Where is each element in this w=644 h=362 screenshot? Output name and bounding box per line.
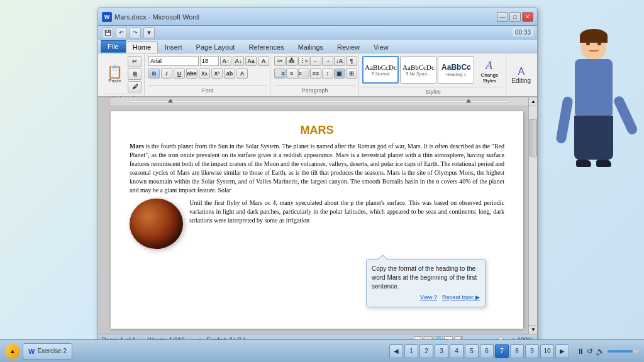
tab-view[interactable]: View [367,41,396,53]
superscript-button[interactable]: X² [211,69,223,79]
volume-slider[interactable] [608,350,639,353]
qa-redo-button[interactable]: ↷ [130,27,141,38]
document-paragraph-1: Mars is the fourth planet from the Sun i… [130,142,504,195]
tooltip-repeat-link[interactable]: Repeat topic ▶ [442,293,480,302]
minimize-button[interactable]: — [497,12,508,22]
change-styles-label: ChangeStyles [480,72,498,84]
page-6-button[interactable]: 6 [480,344,494,358]
tab-references[interactable]: References [242,41,291,53]
vertical-scrollbar[interactable]: ▲ ▼ [528,97,537,334]
justify-button[interactable]: ≡≡ [310,69,321,79]
style-normal[interactable]: AaBbCcDc ¶ Normal [362,56,399,84]
qa-customize-button[interactable]: ▼ [143,27,155,38]
tab-mailings[interactable]: Mailings [291,41,330,53]
tab-review[interactable]: Review [330,41,367,53]
avatar-feet [574,160,614,167]
font-shrink-button[interactable]: A↓ [233,56,244,66]
paragraph-top-row: ≡• ⁂ ⋮≡ ← → ↕A ¶ [274,56,357,66]
subscript-button[interactable]: X₂ [199,69,210,79]
page-8-button[interactable]: 8 [510,344,524,358]
page-prev-button[interactable]: ◀ [389,344,403,358]
document-title: MARS [130,124,504,137]
decrease-indent-button[interactable]: ← [310,56,321,66]
tab-file[interactable]: File [101,40,126,53]
font-size-input[interactable] [200,56,219,66]
scroll-down-button[interactable]: ▼ [529,325,537,334]
change-styles-button[interactable]: 𝐴 ChangeStyles [475,56,503,85]
font-name-input[interactable] [148,56,199,66]
page-10-button[interactable]: 10 [540,344,554,358]
clipboard-group: 📋 Paste ✂ ⎘ 🖌 Clipboard [101,55,145,95]
align-left-button[interactable]: ⬜≡ [274,69,286,79]
scroll-up-button[interactable]: ▲ [529,97,537,106]
style-heading1[interactable]: AaBbCc Heading 1 [438,56,474,84]
increase-indent-button[interactable]: → [322,56,333,66]
bold-button[interactable]: B [148,69,160,79]
clear-format-button[interactable]: A [258,56,269,66]
text-highlight-button[interactable]: ab [224,69,235,79]
borders-button[interactable]: ⊞ [346,69,357,79]
stop-button[interactable]: ↺ [587,347,593,356]
align-center-button[interactable]: ≡ [286,69,297,79]
word-window: W Mars.docx - Microsoft Word — □ ✕ 💾 ↶ ↷… [97,8,538,347]
page-7-button[interactable]: 7 [495,344,509,358]
tooltip-view-link[interactable]: View ? [420,293,437,302]
font-case-button[interactable]: Aa [245,56,257,66]
document-body[interactable]: Mars is the fourth planet from the Sun i… [130,142,504,249]
sort-button[interactable]: ↕A [334,56,345,66]
style-heading1-preview: AaBbCc [441,63,471,72]
page-4-button[interactable]: 4 [450,344,464,358]
bullets-button[interactable]: ≡• [274,56,286,66]
strikethrough-button[interactable]: abc [186,69,197,79]
italic-button[interactable]: I [161,69,172,79]
tab-insert[interactable]: Insert [158,41,189,53]
qa-undo-button[interactable]: ↶ [116,27,127,38]
cut-button[interactable]: ✂ [128,56,142,67]
style-no-spacing-preview: AaBbCcDc [402,63,435,72]
document-page[interactable]: MARS Mars is the fourth planet from the … [111,111,523,329]
style-no-spacing[interactable]: AaBbCcDc ¶ No Spaci... [400,56,436,84]
page-next-button[interactable]: ▶ [555,344,569,358]
page-3-button[interactable]: 3 [435,344,448,358]
qa-save-button[interactable]: 💾 [102,27,113,38]
show-hide-button[interactable]: ¶ [346,56,357,66]
underline-button[interactable]: U [174,69,185,79]
taskbar-word-icon: W [28,348,35,355]
clock-display: 00:33 [513,28,533,36]
start-button[interactable]: ▲ [5,344,20,359]
font-grow-button[interactable]: A↑ [220,56,231,66]
close-button[interactable]: ✕ [522,12,533,22]
tab-pagelayout[interactable]: Page Layout [189,41,242,53]
paste-label: Paste [108,78,121,84]
avatar-arm-left [555,96,574,145]
avatar-torso-container [562,59,625,116]
style-normal-label: ¶ Normal [372,72,389,76]
line-spacing-button[interactable]: ↕ [322,69,333,79]
document-area: MARS Mars is the fourth planet from the … [98,97,537,334]
shading-button[interactable]: ▣ [334,69,345,79]
font-color-button[interactable]: A [236,69,248,79]
editing-label: A Editing [511,66,531,84]
editing-section: A Editing [508,55,535,95]
tab-home[interactable]: Home [126,41,158,53]
paste-button[interactable]: 📋 Paste [103,65,126,84]
title-bar-left: W Mars.docx - Microsoft Word [102,12,199,22]
copy-button[interactable]: ⎘ [128,69,142,80]
taskbar-word-item[interactable]: W Exercise 2 [23,343,72,359]
styles-label: Styles [362,87,503,95]
page-9-button[interactable]: 9 [525,344,539,358]
page-5-button[interactable]: 5 [465,344,479,358]
avatar-pants [574,116,613,160]
maximize-button[interactable]: □ [509,12,521,22]
window-title: Mars.docx - Microsoft Word [114,13,199,21]
align-right-button[interactable]: ≡⬜ [298,69,309,79]
page-1-button[interactable]: 1 [404,344,418,358]
numbered-list-button[interactable]: ⁂ [286,56,297,66]
avatar-head [581,31,606,59]
format-painter-button[interactable]: 🖌 [128,81,142,92]
multilevel-list-button[interactable]: ⋮≡ [298,56,309,66]
avatar-eye-right [597,43,601,45]
scroll-thumb[interactable] [530,119,537,156]
page-2-button[interactable]: 2 [419,344,433,358]
play-pause-button[interactable]: ⏸ [577,347,584,356]
